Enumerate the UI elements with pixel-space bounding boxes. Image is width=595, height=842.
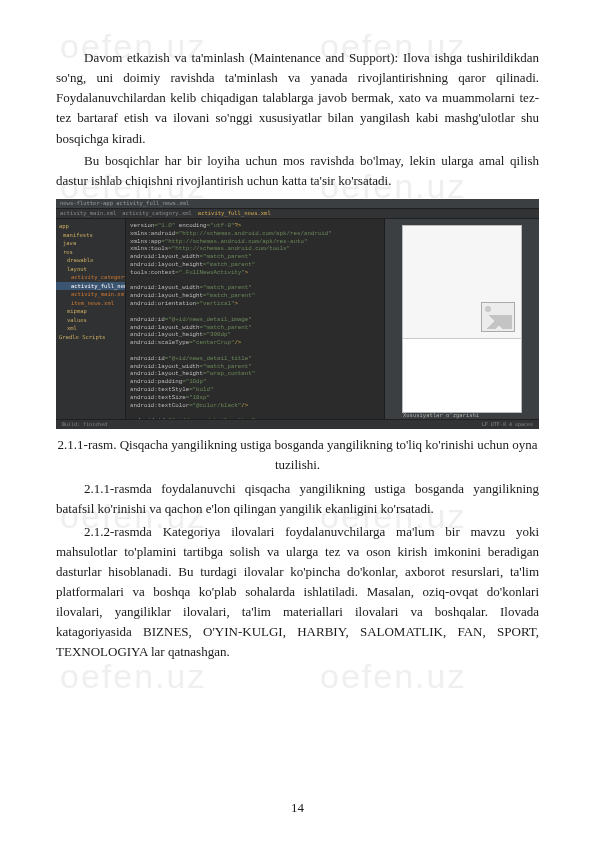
code-line: android:layout_width="match_parent" (130, 363, 380, 371)
tree-item[interactable]: Gradle Scripts (59, 333, 122, 342)
layout-preview-panel: Xususiyatlar o'zgarishi Render engine op… (384, 219, 539, 419)
editor-tab[interactable]: activity_category.xml (122, 209, 192, 218)
code-line: android:scaleType="centerCrop"/> (130, 339, 380, 347)
ide-status-bar: Build: finished LF UTF-8 4 spaces (56, 419, 539, 429)
tree-item[interactable]: item_news.xml (59, 299, 122, 308)
device-preview-top (403, 226, 521, 338)
paragraph-1: Davom etkazish va ta'minlash (Maintenanc… (56, 48, 539, 149)
code-line: android:textStyle="bold" (130, 386, 380, 394)
tree-item[interactable]: layout (59, 265, 122, 274)
code-line: version="1.0" encoding="utf-8"?> (130, 222, 380, 230)
tree-item[interactable]: activity_main.xml (59, 290, 122, 299)
code-line: android:layout_height="300dp" (130, 331, 380, 339)
code-line: android:padding="10dp" (130, 378, 380, 386)
project-tree[interactable]: appmanifestsjavaresdrawablelayoutactivit… (56, 219, 126, 419)
tree-item[interactable]: res (59, 248, 122, 257)
editor-tab[interactable]: activity_main.xml (60, 209, 116, 218)
code-line (130, 347, 380, 355)
tree-item[interactable]: java (59, 239, 122, 248)
tree-item[interactable]: manifests (59, 231, 122, 240)
toolbar-path: news-flutter-app activity_full_news.xml (60, 199, 189, 208)
code-line: android:id="@+id/news_detail_image" (130, 316, 380, 324)
figure-caption: 2.1.1-rasm. Qisqacha yangilikning ustiga… (56, 435, 539, 475)
ide-body: appmanifestsjavaresdrawablelayoutactivit… (56, 219, 539, 419)
code-line: android:textColor="@color/black"/> (130, 402, 380, 410)
tree-item[interactable]: activity_full_news.xml (56, 282, 125, 291)
ide-editor-tabs: activity_main.xml activity_category.xml … (56, 209, 539, 219)
status-left: Build: finished (62, 421, 107, 429)
tree-item[interactable]: mipmap (59, 307, 122, 316)
code-line: tools:context=".FullNewsActivity"> (130, 269, 380, 277)
code-line: xmlns:tools="http://schemas.android.com/… (130, 245, 380, 253)
preview-hint-title: Xususiyatlar o'zgarishi (403, 412, 539, 419)
page-number: 14 (0, 798, 595, 818)
code-line: android:layout_width="match_parent" (130, 284, 380, 292)
paragraph-2: Bu bosqichlar har bir loyiha uchun mos r… (56, 151, 539, 191)
code-line (130, 409, 380, 417)
tree-item[interactable]: xml (59, 324, 122, 333)
tree-item[interactable]: activity_category.xml (59, 273, 122, 282)
tree-item[interactable]: drawable (59, 256, 122, 265)
code-line: xmlns:android="http://schemas.android.co… (130, 230, 380, 238)
status-right: LF UTF-8 4 spaces (482, 421, 533, 429)
ide-screenshot: news-flutter-app activity_full_news.xml … (56, 199, 539, 429)
preview-hint: Xususiyatlar o'zgarishi Render engine op… (403, 412, 539, 419)
device-preview-bottom (403, 338, 521, 412)
page-content: Davom etkazish va ta'minlash (Maintenanc… (56, 48, 539, 663)
code-line (130, 308, 380, 316)
device-preview: Xususiyatlar o'zgarishi Render engine op… (402, 225, 522, 413)
ide-toolbar: news-flutter-app activity_full_news.xml (56, 199, 539, 209)
code-line: android:orientation="vertical"> (130, 300, 380, 308)
code-line: android:layout_width="match_parent" (130, 253, 380, 261)
code-editor[interactable]: version="1.0" encoding="utf-8"?> xmlns:a… (126, 219, 384, 419)
code-line: android:layout_height="wrap_content" (130, 370, 380, 378)
code-line: xmlns:app="http://schemas.android.com/ap… (130, 238, 380, 246)
paragraph-3: 2.1.1-rasmda foydalanuvchi qisqacha yang… (56, 479, 539, 519)
code-line: android:id="@+id/news_detail_title" (130, 355, 380, 363)
paragraph-4: 2.1.2-rasmda Kategoriya ilovalari foydal… (56, 522, 539, 663)
image-placeholder-icon (481, 302, 515, 332)
code-line (130, 277, 380, 285)
code-line: android:layout_width="match_parent" (130, 324, 380, 332)
editor-tab-active[interactable]: activity_full_news.xml (198, 209, 271, 218)
code-line: android:layout_height="match_parent" (130, 292, 380, 300)
tree-item[interactable]: app (59, 222, 122, 231)
code-line: android:layout_height="match_parent" (130, 261, 380, 269)
code-line: android:textSize="18sp" (130, 394, 380, 402)
tree-item[interactable]: values (59, 316, 122, 325)
